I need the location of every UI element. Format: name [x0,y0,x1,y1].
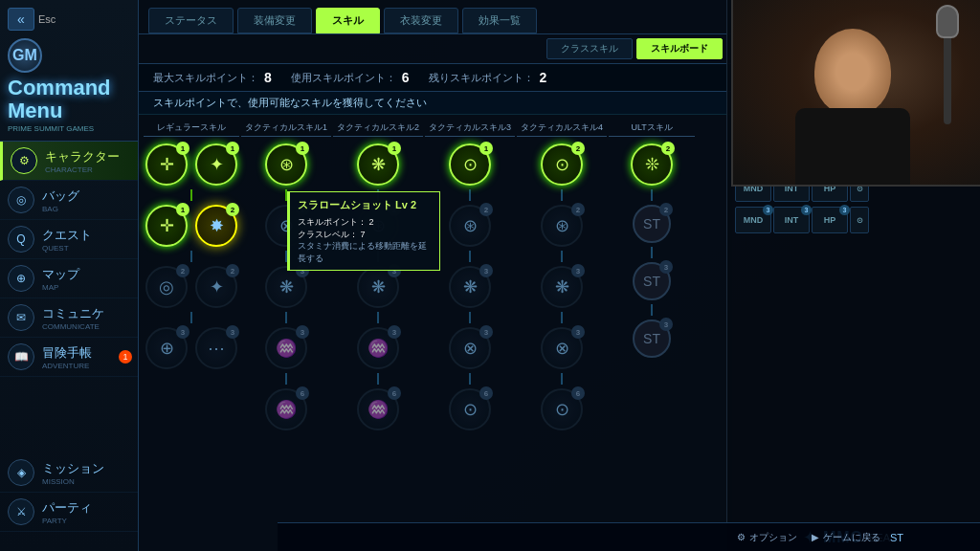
skill-badge-ult-4: 3 [659,318,673,331]
skill-node-r6[interactable]: ✦ 2 [195,266,237,308]
skill-icon-t3-5: ⊙ [463,399,478,420]
skill-node-t4-2[interactable]: ⊛ 2 [541,205,583,247]
tab-skill[interactable]: スキル [316,8,380,33]
skill-pair-2: ✛ 1 ✸ 2 [144,203,239,249]
col-header-ult: ULTスキル [609,120,695,137]
skill-node-t2-2[interactable]: ⊛ 1 [357,205,399,247]
skill-node-ult-4[interactable]: ST 3 [633,320,671,358]
skill-node-t4-3[interactable]: ❋ 3 [541,266,583,308]
skill-node-t4-4[interactable]: ⊗ 3 [541,327,583,369]
skill-icon-ult-2: ST [643,216,660,231]
sidebar-item-party[interactable]: ⚔ パーティ PARTY [0,493,138,532]
skill-pair-3: ◎ 2 ✦ 2 [144,264,239,310]
skill-node-r4[interactable]: ✸ 2 [195,205,237,247]
skill-column-ult: ULTスキル ❊ 2 ST 2 ST 3 ST 3 [609,120,695,546]
back-button[interactable]: « Esc [8,8,130,31]
skill-node-t3-2[interactable]: ⊛ 2 [449,205,491,247]
connector-v-t4-4 [561,373,563,385]
skill-node-t4-1[interactable]: ⊙ 2 [541,143,583,186]
skill-node-ult-2[interactable]: ST 2 [633,205,671,243]
subtab-class-skill[interactable]: クラススキル [546,38,633,59]
used-skill-label: 使用スキルポイント： [291,71,396,85]
sub-nav: クラススキル スキルボード [139,34,732,64]
skill-node-ult-1[interactable]: ❊ 2 [631,143,673,186]
sidebar-item-mission[interactable]: ◈ ミッション MISSION [0,453,138,493]
skill-icon-t4-2: ⊛ [555,215,569,236]
sidebar-item-communicate[interactable]: ✉ コミュニケ COMMUNICATE [0,298,138,338]
stat-extra-6[interactable]: ⊙ [850,207,869,233]
skill-badge-t3-5: 6 [479,386,493,400]
page-subtitle: PRIME SUMMIT GAMES [8,124,130,133]
skill-badge-t3-3: 3 [479,264,493,277]
skill-node-r7[interactable]: ⊕ 3 [145,327,188,369]
back-game-button[interactable]: ▶ ゲームに戻る [812,531,880,544]
skill-icon-t4-5: ⊙ [555,399,569,420]
skill-icon-t3-4: ⊗ [463,338,478,359]
skill-node-t3-4[interactable]: ⊗ 3 [449,327,491,369]
sidebar-item-bag[interactable]: ◎ バッグ BAG [0,181,138,220]
skill-node-t2-1[interactable]: ❋ 1 [357,143,399,186]
connector-v-t4-1 [561,189,563,201]
skill-node-t1-2[interactable]: ⊗ 1 [265,205,307,247]
skill-badge-t1-4: 3 [296,325,309,339]
tab-status[interactable]: ステータス [148,8,234,33]
skill-node-t3-5[interactable]: ⊙ 6 [449,388,491,430]
connector-v-r3 [190,312,192,323]
sidebar: « Esc GM CommandMenu PRIME SUMMIT GAMES … [0,0,139,551]
stat-hp-3[interactable]: HP3 [812,207,848,233]
skill-badge-t4-3: 3 [571,264,585,277]
skill-node-r5[interactable]: ◎ 2 [145,266,188,308]
skill-column-t4: タクティカルスキル4 ⊙ 2 ⊛ 2 ❋ 3 ⊗ 3 [517,120,607,546]
skill-node-r8[interactable]: ⋯ 3 [195,327,237,369]
skill-node-t1-4[interactable]: ♒ 3 [265,327,307,369]
skill-badge-t1-1: 1 [296,142,309,155]
max-skill-value: 8 [264,70,272,85]
skill-node-r3[interactable]: ✛ 1 [145,205,188,247]
stat-mnd-3[interactable]: MND3 [735,207,771,233]
connector-v-ult-2 [651,247,653,258]
skill-icon-t3-2: ⊛ [463,215,478,236]
skill-badge-t1-2: 1 [296,203,309,216]
skill-node-t1-3[interactable]: ❋ 3 [265,266,307,308]
skill-node-r2[interactable]: ✦ 1 [195,143,237,186]
option-button[interactable]: ⚙ オプション [737,531,797,544]
skill-node-t1-1[interactable]: ⊛ 1 [265,143,307,186]
stat-mnd-3-badge: 3 [763,205,773,215]
tab-costume[interactable]: 衣装変更 [384,8,458,33]
stat-int-3[interactable]: INT3 [773,207,810,233]
sidebar-label-bag: バッグ [42,187,79,205]
sidebar-item-adventure[interactable]: 📖 冒険手帳 ADVENTURE 1 [0,338,138,377]
skill-column-t3: タクティカルスキル3 ⊙ 1 ⊛ 2 ❋ 3 ⊗ 3 [425,120,515,546]
quest-icon: Q [8,226,34,253]
skill-node-t1-5[interactable]: ♒ 6 [265,388,307,430]
sidebar-sublabel-communicate: COMMUNICATE [42,322,104,331]
skill-badge-t3-1: 1 [479,142,493,155]
skill-node-t4-5[interactable]: ⊙ 6 [541,388,583,430]
skill-icon-ult-4: ST [643,331,660,346]
main-content: ステータス 装備変更 スキル 衣装変更 効果一覧 クラススキル スキルボード 最… [139,0,732,551]
sidebar-label-quest: クエスト [42,227,92,244]
skill-node-ult-3[interactable]: ST 3 [633,262,671,300]
skill-node-r1[interactable]: ✛ 1 [145,143,188,186]
stat-int-3-badge: 3 [801,205,812,215]
tab-equip[interactable]: 装備変更 [237,8,312,33]
top-nav: ステータス 装備変更 スキル 衣装変更 効果一覧 [139,0,732,34]
skill-icon-r8: ⋯ [208,338,225,359]
mic-head [936,5,959,38]
sidebar-item-character[interactable]: ⚙ キャラクター CHARACTER [0,142,138,181]
skill-icon-r4: ✸ [210,215,224,236]
skill-node-t3-1[interactable]: ⊙ 1 [449,143,491,186]
sidebar-item-map[interactable]: ⊕ マップ MAP [0,259,138,298]
skill-node-t2-3[interactable]: ❋ 3 [357,266,399,308]
stat-row-6: MND3 INT3 HP3 ⊙ [731,206,976,234]
tab-effects[interactable]: 効果一覧 [462,8,537,33]
subtab-skill-board[interactable]: スキルボード [636,38,723,59]
skill-icon-r5: ◎ [159,276,174,298]
skill-node-t2-4[interactable]: ♒ 3 [357,327,399,369]
option-label: オプション [749,531,797,544]
skill-badge-t2-2: 1 [388,203,401,216]
skill-badge-t2-1: 1 [388,142,401,155]
sidebar-item-quest[interactable]: Q クエスト QUEST [0,220,138,259]
skill-node-t2-5[interactable]: ♒ 6 [357,388,399,430]
skill-node-t3-3[interactable]: ❋ 3 [449,266,491,308]
